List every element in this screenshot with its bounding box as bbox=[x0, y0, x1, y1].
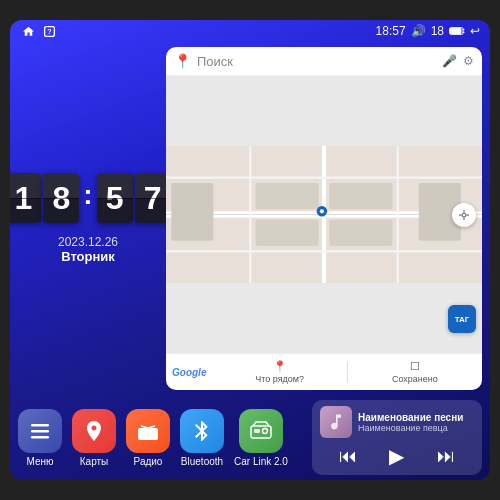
svg-rect-28 bbox=[31, 430, 49, 433]
left-panel: 1 8 : 5 7 2023.12.26 Вторник bbox=[18, 47, 158, 390]
map-footer: Google 📍 Что рядом? ☐ Сохранено bbox=[166, 353, 482, 390]
music-thumb-art bbox=[320, 406, 352, 438]
music-artist: Наименование певца bbox=[358, 423, 474, 433]
svg-text:?: ? bbox=[47, 28, 51, 35]
maps-app-icon bbox=[72, 409, 116, 453]
svg-rect-5 bbox=[450, 28, 461, 33]
svg-rect-29 bbox=[31, 436, 49, 439]
map-widget: 📍 Поиск 🎤 ⚙ bbox=[166, 47, 482, 390]
svg-rect-34 bbox=[254, 429, 260, 433]
back-icon[interactable]: ↩ bbox=[470, 24, 480, 38]
svg-rect-14 bbox=[256, 183, 319, 209]
hours-display: 1 8 bbox=[10, 173, 79, 223]
right-panel: 📍 Поиск 🎤 ⚙ bbox=[166, 47, 482, 390]
music-text: Наименование песни Наименование певца bbox=[358, 412, 474, 433]
battery-icon bbox=[449, 23, 465, 39]
map-search-placeholder[interactable]: Поиск bbox=[197, 54, 436, 69]
app-item-maps[interactable]: Карты bbox=[72, 409, 116, 467]
question-icon[interactable]: ? bbox=[41, 23, 57, 39]
map-search-bar[interactable]: 📍 Поиск 🎤 ⚙ bbox=[166, 47, 482, 76]
maps-app-label: Карты bbox=[80, 456, 109, 467]
google-logo: Google bbox=[166, 367, 212, 378]
status-bar: ? 18:57 🔊 18 ↩ bbox=[10, 20, 490, 42]
radio-app-label: Радио bbox=[134, 456, 163, 467]
app-item-bluetooth[interactable]: Bluetooth bbox=[180, 409, 224, 467]
home-icon[interactable] bbox=[20, 23, 36, 39]
volume-icon: 🔊 bbox=[411, 24, 426, 38]
clock-colon: : bbox=[83, 179, 92, 211]
svg-point-21 bbox=[320, 209, 324, 213]
bluetooth-app-label: Bluetooth bbox=[181, 456, 223, 467]
map-mic-icon[interactable]: 🎤 bbox=[442, 54, 457, 68]
next-button[interactable]: ⏭ bbox=[432, 442, 460, 470]
svg-rect-27 bbox=[31, 424, 49, 427]
map-pin-icon: 📍 bbox=[174, 53, 191, 69]
minutes-display: 5 7 bbox=[97, 173, 171, 223]
nearby-icon: 📍 bbox=[273, 360, 287, 373]
svg-rect-16 bbox=[256, 220, 319, 246]
svg-rect-17 bbox=[329, 220, 392, 246]
svg-rect-32 bbox=[140, 431, 148, 433]
nearby-label: Что рядом? bbox=[255, 374, 304, 384]
prev-button[interactable]: ⏮ bbox=[334, 442, 362, 470]
svg-point-35 bbox=[262, 428, 267, 433]
nearby-button[interactable]: 📍 Что рядом? bbox=[212, 358, 346, 386]
min-tens: 5 bbox=[97, 173, 133, 223]
date-text: 2023.12.26 bbox=[58, 235, 118, 249]
status-time: 18:57 bbox=[376, 24, 406, 38]
app-grid: Меню Карты bbox=[18, 400, 304, 475]
day-text: Вторник bbox=[58, 249, 118, 264]
play-button[interactable]: ▶ bbox=[383, 442, 411, 470]
map-navigate-button[interactable]: ТАГ bbox=[448, 305, 476, 333]
app-item-radio[interactable]: Радио bbox=[126, 409, 170, 467]
hour-ones: 8 bbox=[43, 173, 79, 223]
saved-button[interactable]: ☐ Сохранено bbox=[348, 358, 482, 386]
saved-icon: ☐ bbox=[410, 360, 420, 373]
menu-app-icon bbox=[18, 409, 62, 453]
hour-tens: 1 bbox=[10, 173, 41, 223]
date-info: 2023.12.26 Вторник bbox=[58, 235, 118, 264]
menu-app-label: Меню bbox=[26, 456, 53, 467]
music-player: Наименование песни Наименование певца ⏮ … bbox=[312, 400, 482, 475]
music-controls: ⏮ ▶ ⏭ bbox=[320, 442, 474, 470]
svg-rect-18 bbox=[171, 183, 213, 241]
music-title: Наименование песни bbox=[358, 412, 474, 423]
radio-app-icon bbox=[126, 409, 170, 453]
svg-rect-15 bbox=[329, 183, 392, 209]
main-content: 1 8 : 5 7 2023.12.26 Вторник 📍 Поиск bbox=[10, 42, 490, 395]
music-info: Наименование песни Наименование певца bbox=[320, 406, 474, 438]
flip-clock: 1 8 : 5 7 bbox=[10, 173, 171, 223]
saved-label: Сохранено bbox=[392, 374, 438, 384]
app-item-carlink[interactable]: Car Link 2.0 bbox=[234, 409, 288, 467]
map-area[interactable]: ТАГ bbox=[166, 76, 482, 353]
map-settings-icon[interactable]: ⚙ bbox=[463, 54, 474, 68]
bluetooth-app-icon bbox=[180, 409, 224, 453]
svg-point-22 bbox=[462, 213, 466, 217]
app-item-menu[interactable]: Меню bbox=[18, 409, 62, 467]
svg-point-31 bbox=[151, 431, 156, 436]
battery-level: 18 bbox=[431, 24, 444, 38]
device-frame: ? 18:57 🔊 18 ↩ 1 8 : bbox=[10, 20, 490, 480]
carlink-app-label: Car Link 2.0 bbox=[234, 456, 288, 467]
carlink-app-icon bbox=[239, 409, 283, 453]
music-thumbnail bbox=[320, 406, 352, 438]
map-nav-label: ТАГ bbox=[455, 315, 470, 324]
map-location-button[interactable] bbox=[452, 203, 476, 227]
bottom-section: Меню Карты bbox=[10, 395, 490, 480]
